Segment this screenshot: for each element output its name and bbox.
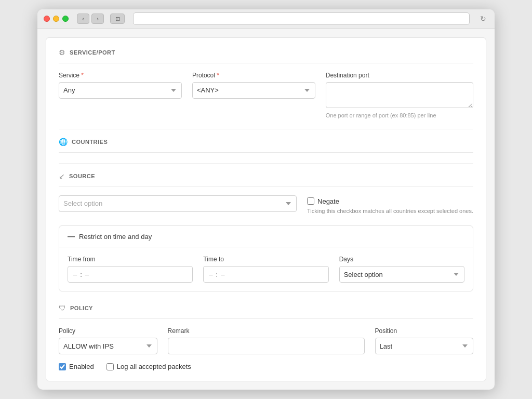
collapse-icon[interactable]: — bbox=[68, 232, 75, 241]
dest-port-textarea[interactable] bbox=[326, 82, 473, 108]
policy-section-header: 🛡 POLICY bbox=[59, 304, 473, 319]
policy-title: POLICY bbox=[70, 305, 93, 311]
nav-buttons: ‹ › bbox=[77, 14, 104, 24]
time-colon-1: : bbox=[80, 271, 82, 278]
policy-row: Policy ALLOW with IPS Remark Position La… bbox=[59, 327, 473, 354]
service-port-section-header: ⚙ SERVICE/PORT bbox=[59, 48, 473, 63]
negate-label[interactable]: Negate bbox=[307, 197, 473, 205]
service-required-indicator: * bbox=[81, 72, 84, 79]
time-colon-2: : bbox=[216, 271, 218, 278]
policy-group: Policy ALLOW with IPS bbox=[59, 327, 157, 354]
app-window: ‹ › ⊡ ↻ ⚙ SERVICE/PORT Service * Any bbox=[37, 9, 495, 390]
remark-label: Remark bbox=[168, 327, 365, 335]
globe-icon: 🌐 bbox=[59, 138, 68, 146]
sidebar-toggle-button[interactable]: ⊡ bbox=[110, 14, 125, 24]
policy-select[interactable]: ALLOW with IPS bbox=[59, 338, 157, 354]
time-to-label: Time to bbox=[203, 256, 328, 263]
restrict-title: Restrict on time and day bbox=[79, 233, 152, 241]
negate-checkbox[interactable] bbox=[307, 197, 314, 205]
traffic-lights bbox=[44, 16, 69, 22]
remark-group: Remark bbox=[168, 327, 365, 354]
source-select-wrapper: Select option bbox=[59, 195, 297, 212]
service-select[interactable]: Any bbox=[59, 82, 182, 99]
source-divider bbox=[59, 163, 473, 164]
source-section-header: ↙ SOURCE bbox=[59, 172, 473, 187]
time-to-dash2: – bbox=[221, 271, 224, 278]
time-to-group: Time to – : – bbox=[203, 256, 328, 283]
time-from-dash2: – bbox=[85, 271, 89, 278]
back-button[interactable]: ‹ bbox=[77, 14, 89, 24]
minimize-button[interactable] bbox=[53, 16, 59, 22]
source-select[interactable]: Select option bbox=[59, 195, 297, 212]
source-row: Select option Negate Ticking this checkb… bbox=[59, 195, 473, 215]
service-label: Service * bbox=[59, 72, 182, 79]
negate-section: Negate Ticking this checkbox matches all… bbox=[307, 195, 473, 215]
restrict-header: — Restrict on time and day bbox=[59, 226, 473, 247]
position-group: Position Last bbox=[375, 327, 474, 354]
forward-button[interactable]: › bbox=[91, 14, 104, 24]
titlebar: ‹ › ⊡ ↻ bbox=[37, 9, 495, 29]
shield-icon: 🛡 bbox=[59, 304, 66, 312]
days-group: Days Select option bbox=[339, 256, 464, 283]
time-to-dash: – bbox=[209, 271, 212, 278]
remark-input[interactable] bbox=[168, 338, 365, 354]
dest-port-hint: One port or range of port (ex 80:85) per… bbox=[326, 112, 473, 118]
time-row: Time from – : – Time to – : – bbox=[68, 256, 464, 283]
negate-hint: Ticking this checkbox matches all countr… bbox=[307, 207, 473, 215]
time-from-group: Time from – : – bbox=[68, 256, 193, 283]
restrict-body: Time from – : – Time to – : – bbox=[59, 247, 473, 291]
position-select[interactable]: Last bbox=[375, 338, 474, 354]
enabled-label[interactable]: Enabled bbox=[59, 363, 94, 370]
gear-icon: ⚙ bbox=[59, 48, 65, 57]
log-checkbox[interactable] bbox=[107, 363, 114, 370]
close-button[interactable] bbox=[44, 16, 50, 22]
arrow-icon: ↙ bbox=[59, 172, 65, 180]
protocol-label: Protocol * bbox=[192, 72, 315, 79]
days-select[interactable]: Select option bbox=[339, 266, 464, 283]
address-bar[interactable] bbox=[133, 12, 470, 25]
dest-port-group: Destination port One port or range of po… bbox=[326, 72, 473, 118]
enabled-checkbox[interactable] bbox=[59, 363, 66, 370]
service-group: Service * Any bbox=[59, 72, 182, 118]
time-to-input[interactable]: – : – bbox=[203, 266, 328, 283]
refresh-button[interactable]: ↻ bbox=[478, 14, 488, 24]
time-from-input[interactable]: – : – bbox=[68, 266, 193, 283]
checkbox-row: Enabled Log all accepted packets bbox=[59, 363, 473, 370]
countries-divider bbox=[59, 129, 473, 129]
maximize-button[interactable] bbox=[62, 16, 69, 22]
policy-label: Policy bbox=[59, 327, 157, 335]
content-area: ⚙ SERVICE/PORT Service * Any Protocol * bbox=[46, 37, 486, 381]
protocol-required-indicator: * bbox=[217, 72, 219, 79]
protocol-group: Protocol * <ANY> bbox=[192, 72, 315, 118]
service-port-title: SERVICE/PORT bbox=[70, 49, 115, 56]
dest-port-label: Destination port bbox=[326, 72, 473, 79]
position-label: Position bbox=[375, 327, 474, 335]
restrict-box: — Restrict on time and day Time from – :… bbox=[59, 225, 473, 291]
days-label: Days bbox=[339, 256, 464, 263]
protocol-select[interactable]: <ANY> bbox=[192, 82, 315, 99]
countries-title: COUNTRIES bbox=[72, 139, 108, 145]
service-port-row: Service * Any Protocol * <ANY> Destinati… bbox=[59, 72, 473, 118]
time-from-dash: – bbox=[73, 271, 77, 278]
source-title: SOURCE bbox=[69, 173, 95, 179]
countries-section-header: 🌐 COUNTRIES bbox=[59, 138, 473, 153]
time-from-label: Time from bbox=[68, 256, 193, 263]
log-label[interactable]: Log all accepted packets bbox=[107, 363, 191, 370]
